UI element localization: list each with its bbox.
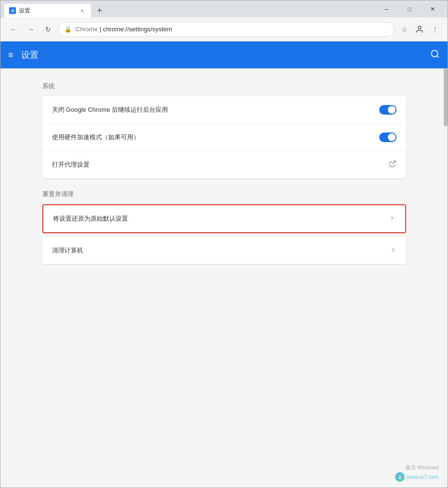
title-bar: 设置 × + ─ □ ✕	[0, 0, 448, 17]
hardware-accel-toggle[interactable]	[379, 132, 397, 142]
address-brand: Chrome	[76, 26, 98, 33]
settings-search-icon[interactable]	[430, 49, 440, 61]
watermark-line1: 激活 Windows	[395, 464, 439, 471]
background-apps-toggle[interactable]	[379, 105, 397, 115]
proxy-settings-row[interactable]: 打开代理设置	[42, 151, 406, 178]
clean-computer-label: 清理计算机	[52, 246, 390, 255]
svg-point-1	[432, 50, 438, 56]
settings-header: ≡ 设置	[0, 41, 448, 68]
svg-line-2	[437, 55, 439, 57]
svg-line-3	[392, 161, 395, 164]
tab-strip: 设置 × +	[0, 0, 375, 17]
settings-body[interactable]: 系统 关闭 Google Chrome 后继续运行后台应用 使用硬件加速模式（如…	[0, 68, 448, 488]
tab-favicon	[9, 7, 16, 14]
settings-content: 系统 关闭 Google Chrome 后继续运行后台应用 使用硬件加速模式（如…	[27, 68, 422, 289]
clean-computer-row[interactable]: 清理计算机	[42, 237, 406, 264]
tab-title: 设置	[19, 7, 30, 15]
refresh-button[interactable]: ↻	[41, 22, 55, 37]
bookmark-button[interactable]: ☆	[397, 23, 411, 36]
menu-button[interactable]: ⋮	[428, 23, 442, 36]
scrollbar-thumb[interactable]	[444, 68, 448, 126]
hamburger-menu-icon[interactable]: ≡	[8, 50, 13, 60]
hardware-accel-row: 使用硬件加速模式（如果可用）	[42, 124, 406, 151]
reset-defaults-chevron-icon	[389, 215, 396, 223]
reset-section-title: 重置并清理	[42, 190, 406, 198]
tab-close-button[interactable]: ×	[78, 7, 86, 14]
hardware-accel-label: 使用硬件加速模式（如果可用）	[52, 133, 379, 142]
new-tab-button[interactable]: +	[93, 4, 106, 17]
clean-computer-chevron-icon	[390, 247, 397, 255]
settings-page: ≡ 设置 系统 关闭 Google Chrome 后继续运行后台应用	[0, 41, 448, 488]
system-section-title: 系统	[42, 82, 406, 91]
reset-defaults-row[interactable]: 将设置还原为原始默认设置	[43, 205, 405, 232]
proxy-settings-label: 打开代理设置	[52, 160, 389, 169]
window-controls: ─ □ ✕	[375, 0, 448, 17]
nav-right-icons: ☆ ⋮	[397, 23, 442, 36]
forward-button[interactable]: →	[24, 22, 38, 37]
browser-content: ≡ 设置 系统 关闭 Google Chrome 后继续运行后台应用	[0, 41, 448, 488]
svg-point-0	[418, 26, 421, 29]
watermark: 激活 Windows 🐰 www.xz7.com	[395, 464, 439, 482]
account-button[interactable]	[413, 23, 426, 36]
watermark-site: www.xz7.com	[407, 474, 439, 480]
watermark-logo: 🐰 www.xz7.com	[395, 472, 439, 482]
system-settings-card: 关闭 Google Chrome 后继续运行后台应用 使用硬件加速模式（如果可用…	[42, 96, 406, 178]
background-apps-label: 关闭 Google Chrome 后继续运行后台应用	[52, 106, 379, 114]
active-tab[interactable]: 设置 ×	[4, 4, 91, 17]
navigation-bar: ← → ↻ 🔒 Chrome | chrome://settings/syste…	[0, 17, 448, 41]
watermark-logo-icon: 🐰	[395, 472, 405, 482]
settings-page-title: 设置	[21, 49, 38, 61]
browser-window: 设置 × + ─ □ ✕ ← → ↻ 🔒 Chrome | chrome://s…	[0, 0, 448, 488]
clean-computer-card: 清理计算机	[42, 237, 406, 264]
address-bar[interactable]: 🔒 Chrome | chrome://settings/system	[58, 22, 395, 37]
minimize-button[interactable]: ─	[375, 0, 397, 17]
reset-defaults-card: 将设置还原为原始默认设置	[42, 204, 406, 233]
address-separator: |	[100, 26, 103, 33]
security-icon: 🔒	[64, 26, 72, 33]
address-url: chrome://settings/system	[103, 26, 172, 33]
close-button[interactable]: ✕	[422, 0, 444, 17]
address-text: Chrome | chrome://settings/system	[76, 26, 388, 33]
scrollbar-track[interactable]	[444, 68, 448, 488]
maximize-button[interactable]: □	[398, 0, 421, 17]
external-link-icon	[389, 160, 397, 170]
background-apps-row: 关闭 Google Chrome 后继续运行后台应用	[42, 96, 406, 124]
reset-defaults-label: 将设置还原为原始默认设置	[53, 214, 389, 223]
back-button[interactable]: ←	[6, 22, 21, 37]
